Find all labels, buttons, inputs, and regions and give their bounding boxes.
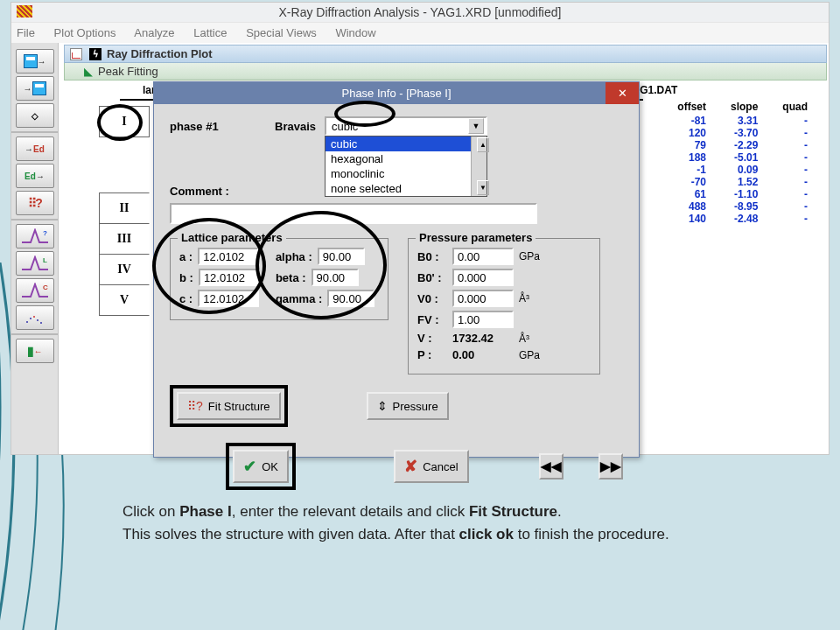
pressure-legend: Pressure parameters <box>416 231 536 244</box>
comment-label: Comment : <box>170 185 229 198</box>
separator <box>11 333 58 335</box>
peak-fitting-title[interactable]: ◣ Peak Fitting <box>64 63 827 80</box>
annotation-box: ✔OK <box>226 443 296 490</box>
cell-quad: - <box>770 188 820 200</box>
fv-input[interactable] <box>452 311 514 328</box>
beta-input[interactable] <box>312 269 359 286</box>
alpha-label: alpha : <box>276 250 312 263</box>
svg-point-6 <box>37 319 38 321</box>
peak2-button[interactable]: L <box>16 251 54 276</box>
cancel-button[interactable]: ✘Cancel <box>394 450 468 483</box>
prev-button[interactable]: ◀◀ <box>539 453 564 480</box>
cell-offset: 79 <box>665 139 718 151</box>
bravais-option-none[interactable]: none selected <box>326 181 486 196</box>
phase-label: phase #1 <box>170 120 266 133</box>
eraser-icon: ◇ <box>32 111 38 121</box>
instruction-text: Click on Phase I, enter the relevant det… <box>122 500 752 545</box>
bravais-combo[interactable]: cubic ▼ cubic hexagonal monoclinic none … <box>325 116 487 136</box>
toolbar: → → ◇ →Ed Ed→ ⠿? ? L C ▮← <box>11 43 59 454</box>
cell-offset: 120 <box>665 127 718 139</box>
separator <box>11 131 58 133</box>
structure-button[interactable]: ⠿? <box>16 191 54 215</box>
scroll-up-icon[interactable]: ▲ <box>477 137 489 152</box>
cell-quad: - <box>770 164 820 176</box>
menu-window[interactable]: Window <box>335 26 375 39</box>
menu-special-views[interactable]: Special Views <box>246 26 317 39</box>
col-offset: offset <box>665 99 718 115</box>
cell-offset: 61 <box>665 188 718 200</box>
chevron-down-icon[interactable]: ▼ <box>468 118 484 134</box>
comment-input[interactable] <box>170 203 537 224</box>
app-icon <box>17 5 32 18</box>
phase-tab-2[interactable]: II <box>99 192 150 224</box>
bravais-option-monoclinic[interactable]: monoclinic <box>326 166 486 181</box>
b0-input[interactable] <box>452 248 514 265</box>
cell-slope: -2.29 <box>718 139 770 151</box>
rewind-icon: ◀◀ <box>541 458 562 474</box>
phase-tab-4[interactable]: IV <box>99 254 150 285</box>
scatter-button[interactable] <box>16 305 54 330</box>
close-button[interactable]: ✕ <box>606 82 639 104</box>
ok-button[interactable]: ✔OK <box>233 450 289 483</box>
v0-input[interactable] <box>452 290 514 307</box>
scroll-down-icon[interactable]: ▼ <box>477 180 489 195</box>
save-export-button[interactable]: → <box>16 49 54 74</box>
peak3-button[interactable]: C <box>16 278 54 303</box>
x-icon: ✘ <box>404 457 417 476</box>
phase-tab-1[interactable]: I <box>99 106 150 137</box>
col-slope: slope <box>718 99 770 115</box>
menu-lattice[interactable]: Lattice <box>193 26 227 39</box>
v0-label: V0 : <box>417 292 447 305</box>
import-save-button[interactable]: → <box>16 76 54 101</box>
cell-offset: 188 <box>665 151 718 164</box>
b-input[interactable] <box>199 269 260 286</box>
b0-label: B0 : <box>417 250 447 263</box>
pressure-icon: ⇕ <box>377 399 388 413</box>
svg-point-5 <box>33 316 35 318</box>
table-row: -10.09- <box>665 164 820 176</box>
p-label: P : <box>417 348 447 361</box>
bravais-value: cubic <box>332 120 358 133</box>
from-ed-button[interactable]: Ed→ <box>16 164 54 188</box>
bravais-dropdown-list[interactable]: cubic hexagonal monoclinic none selected… <box>325 136 487 197</box>
exit-button[interactable]: ▮← <box>16 339 54 363</box>
b0p-input[interactable] <box>452 269 514 286</box>
cell-quad: - <box>770 115 820 127</box>
p-unit: GPa <box>519 349 545 361</box>
menu-analyze[interactable]: Analyze <box>134 26 174 39</box>
v-value: 1732.42 <box>452 332 514 345</box>
plot-window-title[interactable]: ϟ Ray Diffraction Plot <box>64 45 827 63</box>
cell-quad: - <box>770 213 820 225</box>
menu-file[interactable]: File <box>17 26 35 39</box>
scatter-icon <box>22 310 48 326</box>
cell-offset: -1 <box>665 164 718 176</box>
cell-offset: -70 <box>665 176 718 188</box>
peak-icon: L <box>22 256 48 271</box>
eraser-button[interactable]: ◇ <box>16 103 54 128</box>
menu-bar[interactable]: File Plot Options Analyze Lattice Specia… <box>11 22 829 43</box>
lattice-legend: Lattice parameters <box>178 231 286 244</box>
bravais-option-hexagonal[interactable]: hexagonal <box>326 151 486 166</box>
b0p-label: B0' : <box>417 271 447 284</box>
bolt-icon: ϟ <box>89 48 102 60</box>
pressure-button[interactable]: ⇕Pressure <box>367 392 449 420</box>
phase-tab-3[interactable]: III <box>99 223 150 255</box>
next-button[interactable]: ▶▶ <box>598 453 623 480</box>
svg-text:L: L <box>43 256 47 264</box>
fit-structure-button[interactable]: ⠿?Fit Structure <box>177 392 281 420</box>
phase-tab-5[interactable]: V <box>99 284 150 316</box>
dropdown-scrollbar[interactable]: ▲ ▼ <box>471 136 486 196</box>
tag-icon: ◣ <box>84 65 93 78</box>
floppy-icon <box>24 54 38 68</box>
a-input[interactable] <box>198 248 259 265</box>
table-row: 140-2.48- <box>665 213 820 225</box>
c-input[interactable] <box>198 290 259 307</box>
svg-point-7 <box>40 322 42 324</box>
v-label: V : <box>417 332 447 345</box>
peak1-button[interactable]: ? <box>16 224 54 248</box>
to-ed-button[interactable]: →Ed <box>16 136 54 161</box>
bravais-option-cubic[interactable]: cubic <box>326 136 486 151</box>
gamma-input[interactable] <box>327 290 374 307</box>
menu-plot-options[interactable]: Plot Options <box>54 26 116 39</box>
alpha-input[interactable] <box>318 248 365 265</box>
